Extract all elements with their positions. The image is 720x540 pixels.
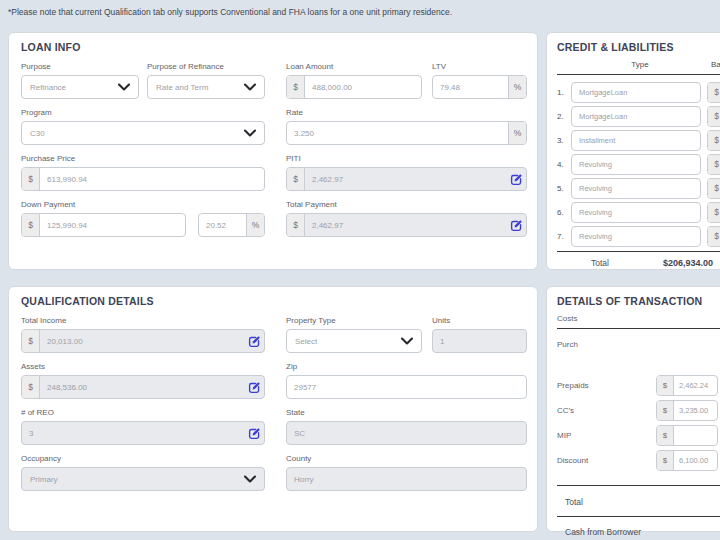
purpose-of-refinance-value: Rate and Term (156, 83, 208, 92)
program-select[interactable]: C30 (21, 121, 265, 145)
edit-pencil-icon (248, 335, 261, 348)
liability-row: 7. $ (557, 224, 720, 248)
row-number: 4. (557, 160, 571, 169)
down-payment-percent-field: % (198, 213, 265, 237)
mip-field: $ (656, 425, 718, 446)
dollar-prefix: $ (287, 168, 305, 190)
row-number: 5. (557, 184, 571, 193)
percent-suffix: % (246, 214, 264, 236)
dollar-prefix: $ (657, 401, 674, 420)
row-number: 1. (557, 88, 571, 97)
liability-row: 1. $ (557, 80, 720, 104)
liability-balance-field: $ (707, 82, 720, 103)
liability-row: 4. $ (557, 152, 720, 176)
qualification-details-panel: QUALIFICATION DETAILS Total Income $ Pro… (8, 286, 538, 532)
property-type-value: Select (295, 337, 317, 346)
transaction-total-label: Total (565, 497, 720, 507)
chevron-down-icon (244, 83, 256, 91)
total-payment-label: Total Payment (286, 199, 527, 210)
down-payment-percent-input[interactable] (199, 214, 246, 236)
liability-type-input[interactable] (571, 178, 701, 199)
rate-label: Rate (286, 107, 527, 118)
liability-type-input[interactable] (571, 202, 701, 223)
down-payment-label: Down Payment (21, 199, 186, 210)
ccs-input[interactable] (674, 401, 717, 420)
dollar-prefix: $ (22, 330, 40, 352)
liability-row: 5. $ (557, 176, 720, 200)
liability-type-input[interactable] (571, 82, 701, 103)
occupancy-value: Primary (30, 475, 58, 484)
piti-field: $ (286, 167, 527, 191)
program-label: Program (21, 107, 265, 118)
mip-label: MIP (557, 431, 656, 440)
dollar-prefix: $ (708, 179, 720, 198)
rate-field: % (286, 121, 527, 145)
county-input (286, 467, 527, 491)
num-of-reo-field (21, 421, 265, 445)
transaction-total-divider (557, 485, 720, 486)
total-income-edit-button[interactable] (245, 330, 264, 352)
chevron-down-icon (244, 129, 256, 137)
zip-input[interactable] (286, 375, 527, 399)
discount-input[interactable] (674, 451, 717, 470)
dollar-prefix: $ (287, 214, 305, 236)
qualification-note: *Please note that current Qualification … (8, 7, 452, 17)
liability-balance-field: $ (707, 154, 720, 175)
total-divider (557, 251, 720, 252)
liability-balance-field: $ (707, 202, 720, 223)
program-value: C30 (30, 129, 45, 138)
piti-label: PITI (286, 153, 527, 164)
chevron-down-icon (244, 475, 256, 483)
costs-divider (557, 328, 720, 329)
liabilities-total-value: $206,934.00 (663, 258, 713, 268)
rate-input[interactable] (287, 122, 508, 144)
liability-balance-field: $ (707, 130, 720, 151)
loan-amount-input[interactable] (305, 76, 421, 98)
liability-type-input[interactable] (571, 106, 701, 127)
mip-input[interactable] (674, 426, 717, 445)
total-payment-edit-button[interactable] (507, 214, 526, 236)
credit-liabilities-panel: CREDIT & LIABILITIES Type Balance 1. $ 2… (546, 32, 720, 270)
liability-row: 2. $ (557, 104, 720, 128)
county-label: County (286, 453, 527, 464)
prepaids-input[interactable] (674, 376, 717, 395)
percent-suffix: % (508, 76, 526, 98)
num-of-reo-input (22, 422, 245, 444)
zip-label: Zip (286, 361, 527, 372)
transaction-row: Prepaids $ (557, 374, 720, 397)
purchase-price-label: Purchase Price (21, 153, 265, 164)
assets-input (40, 376, 245, 398)
ltv-field: % (432, 75, 527, 99)
purchase-price-field: $ (21, 167, 265, 191)
type-column-header: Type (575, 60, 705, 69)
assets-field: $ (21, 375, 265, 399)
num-of-reo-edit-button[interactable] (245, 422, 264, 444)
liability-type-input[interactable] (571, 226, 701, 247)
state-label: State (286, 407, 527, 418)
liability-type-input[interactable] (571, 130, 701, 151)
loan-amount-field: $ (286, 75, 422, 99)
loan-info-panel: LOAN INFO Purpose Refinance Purpose of R… (8, 32, 538, 270)
piti-edit-button[interactable] (507, 168, 526, 190)
occupancy-label: Occupancy (21, 453, 265, 464)
down-payment-field: $ (21, 213, 186, 237)
purchase-price-input[interactable] (40, 168, 264, 190)
discount-label: Discount (557, 456, 656, 465)
assets-edit-button[interactable] (245, 376, 264, 398)
transaction-row: CC's $ (557, 399, 720, 422)
purpose-of-refinance-select[interactable]: Rate and Term (147, 75, 265, 99)
liability-type-input[interactable] (571, 154, 701, 175)
down-payment-input[interactable] (40, 214, 185, 236)
transaction-row: Discount $ (557, 449, 720, 472)
ltv-input[interactable] (433, 76, 508, 98)
purpose-select[interactable]: Refinance (21, 75, 139, 99)
dollar-prefix: $ (287, 76, 305, 98)
dollar-prefix: $ (708, 107, 720, 126)
ccs-field: $ (656, 400, 718, 421)
row-number: 7. (557, 232, 571, 241)
liabilities-total-label: Total (591, 258, 609, 268)
property-type-select[interactable]: Select (286, 329, 422, 353)
dollar-prefix: $ (22, 168, 40, 190)
header-divider (557, 74, 720, 75)
total-income-field: $ (21, 329, 265, 353)
